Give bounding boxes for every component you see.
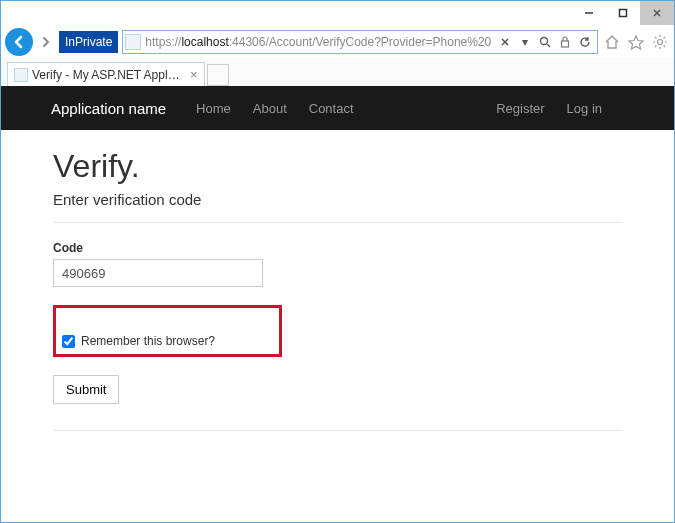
minimize-button[interactable]: [572, 1, 606, 25]
url-dropdown-icon[interactable]: ▾: [515, 35, 535, 49]
browser-tab[interactable]: Verify - My ASP.NET Applic... ×: [7, 62, 205, 86]
nav-register[interactable]: Register: [496, 101, 544, 116]
url-text: https://localhost:44306/Account/VerifyCo…: [145, 35, 495, 49]
search-icon[interactable]: [535, 36, 555, 48]
stop-icon[interactable]: [495, 37, 515, 47]
page-title: Verify.: [53, 148, 622, 185]
brand[interactable]: Application name: [51, 100, 166, 117]
svg-rect-8: [562, 41, 569, 47]
code-input[interactable]: [53, 259, 263, 287]
submit-button[interactable]: Submit: [53, 375, 119, 404]
address-bar: InPrivate https://localhost:44306/Accoun…: [1, 26, 674, 58]
tab-title: Verify - My ASP.NET Applic...: [32, 68, 182, 82]
page-subtitle: Enter verification code: [53, 191, 622, 208]
tabs-bar: Verify - My ASP.NET Applic... ×: [1, 58, 674, 86]
inprivate-badge: InPrivate: [59, 31, 118, 53]
nav-contact[interactable]: Contact: [309, 101, 354, 116]
close-button[interactable]: [640, 1, 674, 25]
remember-checkbox-row[interactable]: Remember this browser?: [58, 330, 221, 352]
svg-rect-1: [620, 10, 627, 17]
code-label: Code: [53, 241, 622, 255]
nav-login[interactable]: Log in: [567, 101, 602, 116]
favorites-icon[interactable]: [626, 32, 646, 52]
forward-button[interactable]: [37, 33, 55, 51]
maximize-button[interactable]: [606, 1, 640, 25]
svg-point-6: [541, 38, 548, 45]
window-titlebar: [1, 1, 674, 26]
svg-point-9: [658, 40, 663, 45]
remember-label: Remember this browser?: [81, 334, 215, 348]
home-icon[interactable]: [602, 32, 622, 52]
svg-line-7: [547, 44, 550, 47]
tab-close-icon[interactable]: ×: [190, 67, 198, 82]
bottom-divider: [53, 430, 622, 431]
tab-page-icon: [14, 68, 28, 82]
lock-icon[interactable]: [555, 36, 575, 48]
new-tab-button[interactable]: [207, 64, 229, 86]
refresh-icon[interactable]: [575, 36, 595, 48]
divider: [53, 222, 622, 223]
settings-icon[interactable]: [650, 32, 670, 52]
page-icon: [125, 34, 141, 50]
page-content: Application name Home About Contact Regi…: [1, 86, 674, 523]
nav-home[interactable]: Home: [196, 101, 231, 116]
nav-about[interactable]: About: [253, 101, 287, 116]
app-navbar: Application name Home About Contact Regi…: [1, 86, 674, 130]
back-button[interactable]: [5, 28, 33, 56]
remember-checkbox[interactable]: [62, 335, 75, 348]
url-field[interactable]: https://localhost:44306/Account/VerifyCo…: [122, 30, 598, 54]
main-content: Verify. Enter verification code Code Rem…: [1, 130, 674, 449]
remember-highlight: Remember this browser?: [53, 305, 282, 357]
